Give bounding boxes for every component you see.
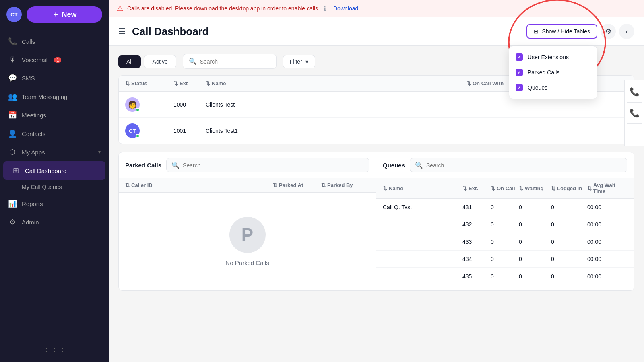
sidebar-nav: 📞 Calls 🎙 Voicemail 1 💬 SMS 👥 Team Messa… — [0, 29, 109, 339]
q-row-on-call: 0 — [491, 221, 519, 228]
q-row-waiting: 0 — [519, 204, 551, 210]
q-row-on-call: 0 — [491, 239, 519, 245]
queues-search-input[interactable] — [426, 162, 622, 169]
sidebar-label-my-apps: My Apps — [22, 149, 45, 156]
main-content: ⚠ Calls are disabled. Please download th… — [109, 0, 644, 362]
info-icon: ℹ — [324, 5, 326, 12]
parked-calls-columns: ⇅ Caller ID ⇅ Parked At ⇅ Parked By — [119, 178, 376, 193]
status-dot-online — [136, 134, 140, 138]
row-name: Clients Test — [206, 101, 466, 108]
row-name: Clients Test1 — [206, 128, 466, 134]
parked-calls-header: Parked Calls 🔍 — [119, 152, 376, 178]
my-apps-icon: ⬡ — [8, 148, 17, 156]
sidebar-item-call-dashboard[interactable]: ⊞ Call Dashboard — [3, 161, 105, 180]
col-name[interactable]: ⇅ Name — [206, 80, 466, 86]
download-link[interactable]: Download — [333, 5, 358, 12]
team-messaging-icon: 👥 — [8, 92, 17, 101]
sidebar-item-meetings[interactable]: 📅 Meetings — [0, 106, 109, 124]
sidebar-item-my-apps[interactable]: ⬡ My Apps ▾ — [0, 143, 109, 161]
q-row-logged-in: 0 — [551, 256, 587, 262]
q-row-avg-wait: 00:00 — [587, 273, 627, 280]
collapse-button[interactable]: ‹ — [619, 24, 634, 39]
filter-label: Filter — [290, 58, 302, 65]
q-row-avg-wait: 00:00 — [587, 256, 627, 262]
row-ext: 1000 — [173, 101, 206, 108]
sidebar-item-admin[interactable]: ⚙ Admin — [0, 213, 109, 231]
checkbox-queues[interactable] — [516, 84, 523, 91]
show-hide-tables-button[interactable]: ⊟ Show / Hide Tables — [526, 24, 597, 39]
collapse-right-icon[interactable]: — — [627, 127, 642, 142]
warning-icon: ⚠ — [117, 4, 123, 13]
search-input[interactable] — [200, 58, 270, 65]
col-q-logged-in[interactable]: ⇅ Logged In — [551, 182, 587, 194]
sidebar-header: CT ＋ New — [0, 0, 109, 29]
phone-icon-2[interactable]: 📞 — [627, 106, 642, 120]
grid-apps-icon[interactable]: ⋮⋮⋮ — [42, 346, 66, 356]
avatar-1000: 🧑 — [125, 97, 140, 112]
col-parked-at[interactable]: ⇅ Parked At — [273, 182, 321, 188]
call-dashboard-icon: ⊞ — [11, 166, 20, 175]
dropdown-label-parked-calls: Parked Calls — [528, 69, 559, 76]
filter-button[interactable]: Filter ▾ — [283, 55, 315, 68]
sidebar-item-voicemail[interactable]: 🎙 Voicemail 1 — [0, 51, 109, 69]
sidebar-item-contacts[interactable]: 👤 Contacts — [0, 124, 109, 143]
q-row-logged-in: 0 — [551, 273, 587, 280]
parked-calls-search-input[interactable] — [183, 162, 364, 169]
avatar: CT — [6, 7, 22, 22]
sidebar-label-call-dashboard: Call Dashboard — [25, 167, 66, 174]
row-status: CT — [125, 123, 173, 138]
chevron-down-icon: ▾ — [305, 58, 308, 65]
q-row-waiting: 0 — [519, 221, 551, 228]
show-hide-dropdown: User Extensions Parked Calls Queues — [509, 46, 597, 99]
dropdown-item-user-extensions[interactable]: User Extensions — [509, 49, 597, 65]
col-caller-id[interactable]: ⇅ Caller ID — [125, 182, 273, 188]
header-actions: ⊟ Show / Hide Tables User Extensions Par… — [526, 24, 634, 39]
row-ext: 1001 — [173, 128, 206, 134]
q-row-logged-in: 0 — [551, 221, 587, 228]
settings-icon-button[interactable]: ⚙ — [601, 24, 616, 39]
table-row: 433 0 0 0 00:00 — [376, 233, 634, 251]
table-row: 432 0 0 0 00:00 — [376, 216, 634, 233]
col-q-waiting[interactable]: ⇅ Waiting — [519, 182, 551, 194]
right-panel-icons: 📞 📞 — — [624, 80, 644, 146]
no-parked-calls-empty: P No Parked Calls — [119, 193, 376, 290]
sidebar-item-team-messaging[interactable]: 👥 Team Messaging — [0, 87, 109, 106]
new-button-label: New — [62, 10, 76, 19]
checkbox-parked-calls[interactable] — [516, 69, 523, 76]
table-row: 434 0 0 0 00:00 — [376, 251, 634, 268]
sidebar-label-calls: Calls — [22, 38, 35, 45]
q-row-waiting: 0 — [519, 256, 551, 262]
user-search-box: 🔍 — [183, 54, 277, 69]
q-row-ext: 432 — [462, 221, 491, 228]
tab-all[interactable]: All — [118, 55, 141, 68]
dropdown-item-parked-calls[interactable]: Parked Calls — [509, 65, 597, 80]
col-parked-by[interactable]: ⇅ Parked By — [321, 182, 369, 188]
tab-active[interactable]: Active — [144, 55, 176, 68]
menu-icon[interactable]: ☰ — [118, 27, 126, 36]
parked-calls-panel: Parked Calls 🔍 ⇅ Caller ID ⇅ Parked At ⇅… — [119, 152, 376, 290]
col-q-name[interactable]: ⇅ Name — [383, 182, 462, 194]
col-q-on-call[interactable]: ⇅ On Call — [491, 182, 519, 194]
q-row-ext: 434 — [462, 256, 491, 262]
q-row-avg-wait: 00:00 — [587, 239, 627, 245]
sidebar-item-calls[interactable]: 📞 Calls — [0, 32, 109, 51]
divider — [627, 102, 642, 103]
sidebar-item-my-call-queues[interactable]: My Call Queues — [0, 180, 109, 194]
sidebar-item-reports[interactable]: 📊 Reports — [0, 194, 109, 213]
sidebar-bottom: ⋮⋮⋮ — [0, 339, 109, 362]
sidebar: CT ＋ New 📞 Calls 🎙 Voicemail 1 💬 SMS 👥 T… — [0, 0, 109, 362]
col-q-avg-wait[interactable]: ⇅ Avg Wait Time — [587, 182, 627, 194]
checkbox-user-extensions[interactable] — [516, 53, 523, 61]
sidebar-item-sms[interactable]: 💬 SMS — [0, 69, 109, 87]
col-ext[interactable]: ⇅ Ext — [173, 80, 206, 86]
queues-search-box: 🔍 — [410, 158, 627, 172]
admin-icon: ⚙ — [8, 218, 17, 226]
reports-icon: 📊 — [8, 199, 17, 208]
dropdown-item-queues[interactable]: Queues — [509, 80, 597, 95]
new-button[interactable]: ＋ New — [27, 6, 102, 23]
col-status[interactable]: ⇅ Status — [125, 80, 173, 86]
chevron-down-icon: ▾ — [98, 149, 101, 155]
col-q-ext[interactable]: ⇅ Ext. — [462, 182, 491, 194]
phone-icon-1[interactable]: 📞 — [627, 84, 642, 99]
table-row: Call Q. Test 431 0 0 0 00:00 — [376, 199, 634, 216]
